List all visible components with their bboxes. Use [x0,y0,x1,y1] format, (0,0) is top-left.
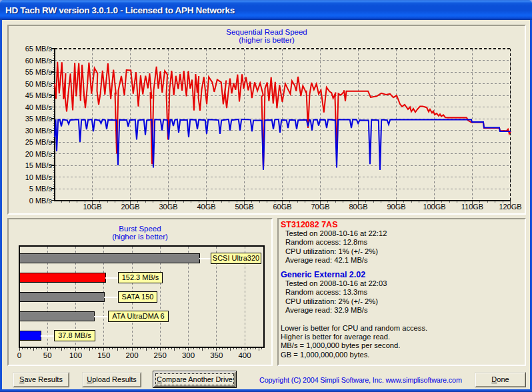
svg-text:15 MB/s: 15 MB/s [25,161,53,169]
svg-text:10GB: 10GB [83,203,101,211]
svg-text:80GB: 80GB [349,203,367,211]
svg-text:20GB: 20GB [121,203,139,211]
svg-text:30GB: 30GB [159,203,177,211]
svg-text:40GB: 40GB [197,203,215,211]
svg-text:120GB: 120GB [499,203,521,211]
svg-text:45 MB/s: 45 MB/s [25,91,53,99]
svg-text:100GB: 100GB [423,203,445,211]
svg-text:60GB: 60GB [273,203,291,211]
svg-text:150: 150 [97,351,110,359]
svg-text:50: 50 [43,351,52,359]
svg-text:300: 300 [182,351,195,359]
svg-text:55 MB/s: 55 MB/s [25,68,53,76]
svg-text:35 MB/s: 35 MB/s [25,115,53,123]
svg-text:10 MB/s: 10 MB/s [25,173,53,181]
svg-text:0 MB/s: 0 MB/s [29,197,53,205]
svg-text:110GB: 110GB [461,203,483,211]
svg-text:50GB: 50GB [235,203,253,211]
svg-text:250: 250 [154,351,167,359]
svg-text:200: 200 [125,351,138,359]
svg-text:5 MB/s: 5 MB/s [29,185,53,193]
svg-text:100: 100 [69,351,82,359]
svg-text:40 MB/s: 40 MB/s [25,103,53,111]
svg-text:50 MB/s: 50 MB/s [25,80,53,88]
svg-text:90GB: 90GB [387,203,405,211]
svg-text:400: 400 [238,351,251,359]
svg-text:30 MB/s: 30 MB/s [25,127,53,135]
svg-text:60 MB/s: 60 MB/s [25,57,53,65]
svg-text:20 MB/s: 20 MB/s [25,150,53,158]
svg-text:0: 0 [17,351,21,359]
svg-text:350: 350 [210,351,223,359]
svg-text:70GB: 70GB [311,203,329,211]
svg-text:65 MB/s: 65 MB/s [25,45,53,53]
svg-text:25 MB/s: 25 MB/s [25,138,53,146]
